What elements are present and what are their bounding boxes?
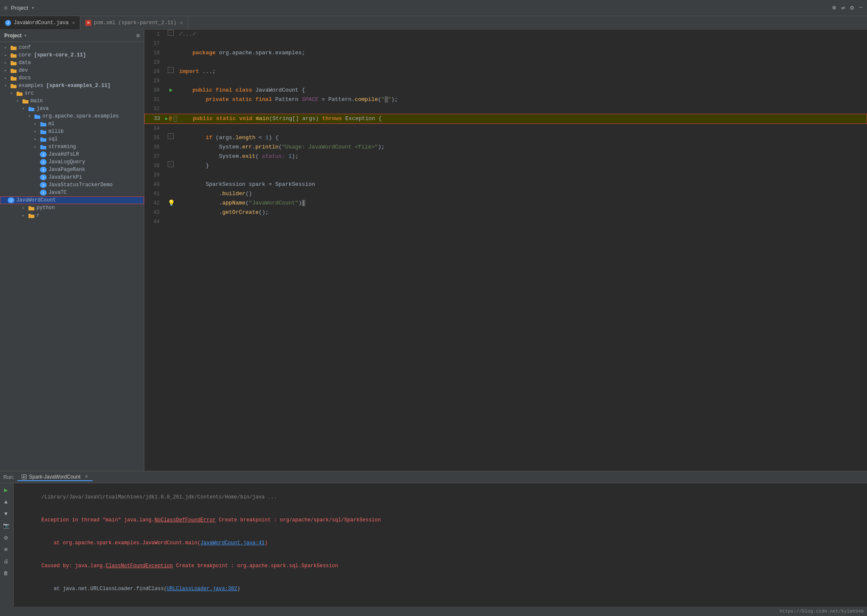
minimize-icon[interactable]: − bbox=[859, 4, 863, 11]
collapse-btn-1[interactable]: − bbox=[168, 30, 174, 36]
layout-button[interactable]: ⊞ bbox=[1, 544, 11, 554]
gear-icon[interactable]: ⚙ bbox=[136, 32, 140, 39]
tree-item-JavaLogQuery[interactable]: J JavaLogQuery bbox=[0, 158, 144, 166]
line-num-1: 1 bbox=[144, 30, 165, 39]
tree-item-org-package[interactable]: org.apache.spark.examples bbox=[0, 112, 144, 120]
globe-icon[interactable]: ⊕ bbox=[832, 4, 836, 12]
run-marker-30[interactable]: ▶ bbox=[169, 86, 173, 95]
print-button[interactable]: 🖨 bbox=[1, 556, 11, 566]
project-sidebar: Project ▾ ⚙ conf core [sp bbox=[0, 30, 144, 471]
tree-item-ml[interactable]: ml bbox=[0, 120, 144, 128]
svg-rect-14 bbox=[23, 100, 28, 104]
console-no-class-error[interactable]: NoClassDefFoundError bbox=[155, 517, 216, 523]
line-num-42: 42 bbox=[144, 199, 165, 208]
svg-rect-8 bbox=[11, 77, 17, 81]
delete-button[interactable]: 🗑 bbox=[1, 568, 11, 578]
tree-item-JavaPageRank[interactable]: J JavaPageRank bbox=[0, 166, 144, 174]
camera-button[interactable]: 📷 bbox=[1, 521, 11, 531]
line-num-31: 31 bbox=[144, 95, 165, 104]
collapse-btn-33[interactable]: − bbox=[174, 116, 177, 122]
svg-rect-5 bbox=[11, 61, 13, 62]
tree-item-conf[interactable]: conf bbox=[0, 44, 144, 51]
code-line-42: 42 💡 .appName("JavaWordCount")| bbox=[144, 199, 867, 208]
console-at-1: at org.apache.spark.examples.JavaWordCou… bbox=[42, 540, 200, 546]
sidebar-dropdown-arrow[interactable]: ▾ bbox=[24, 33, 27, 38]
svg-rect-27 bbox=[40, 145, 43, 146]
bottom-panel: Run: Spark-JavaWordCount ✕ ▶ ▲ ▼ 📷 ⚙ ⊞ 🖨… bbox=[0, 471, 867, 607]
tab-java-wordcount[interactable]: J JavaWordCount.java ✕ bbox=[0, 16, 80, 29]
split-icon[interactable]: ⇌ bbox=[841, 4, 845, 12]
console-link-2[interactable]: URLClassLoader.java:382 bbox=[167, 586, 237, 592]
tree-item-mllib[interactable]: mllib bbox=[0, 128, 144, 135]
tab-pom-xml[interactable]: m pom.xml (spark-parent_2.11) ✕ bbox=[80, 16, 188, 29]
run-tab[interactable]: Spark-JavaWordCount ✕ bbox=[17, 473, 92, 481]
java-file-icon: J bbox=[5, 20, 11, 26]
file-icon-JavaWordCount: J bbox=[8, 197, 14, 203]
code-line-30: 30 ▶ public final class JavaWordCount { bbox=[144, 86, 867, 95]
folder-icon-org bbox=[34, 114, 41, 119]
svg-rect-22 bbox=[40, 131, 46, 134]
sidebar-header-icons: ⚙ bbox=[136, 32, 140, 39]
svg-rect-15 bbox=[23, 99, 25, 101]
line-num-41: 41 bbox=[144, 189, 165, 199]
line-content-30: public final class JavaWordCount { bbox=[177, 86, 867, 95]
run-marker-33[interactable]: ▶ bbox=[165, 114, 168, 123]
code-line-36: 36 System.err.println("Usage: JavaWordCo… bbox=[144, 143, 867, 152]
tree-item-docs[interactable]: docs bbox=[0, 74, 144, 82]
folder-icon-ml bbox=[40, 121, 47, 126]
tree-arrow-data bbox=[4, 60, 10, 65]
scroll-up-button[interactable]: ▲ bbox=[1, 497, 11, 507]
code-line-40: 40 SparkSession spark = SparkSession bbox=[144, 180, 867, 189]
line-content-41: .builder() bbox=[177, 189, 867, 199]
line-gutter-38: − bbox=[165, 161, 177, 167]
settings-button[interactable]: ⚙ bbox=[1, 532, 11, 543]
tree-item-core[interactable]: core [spark-core_2.11] bbox=[0, 51, 144, 59]
collapse-btn-35[interactable]: − bbox=[168, 133, 174, 139]
lightbulb-icon-42[interactable]: 💡 bbox=[168, 199, 175, 208]
tree-item-JavaWordCount[interactable]: J JavaWordCount bbox=[0, 196, 144, 204]
line-content-40: SparkSession spark = SparkSession bbox=[177, 180, 867, 189]
code-line-39: 39 bbox=[144, 171, 867, 180]
console-classnotfound-error[interactable]: ClassNotFoundException bbox=[106, 563, 173, 569]
code-editor[interactable]: 1 − /.../ 17 18 package org.apache.spark… bbox=[144, 30, 867, 471]
tree-item-sql[interactable]: sql bbox=[0, 135, 144, 143]
console-output[interactable]: /Library/Java/JavaVirtualMachines/jdk1.8… bbox=[14, 483, 867, 607]
tree-item-streaming[interactable]: streaming bbox=[0, 143, 144, 151]
svg-rect-20 bbox=[40, 123, 46, 126]
tree-item-src[interactable]: src bbox=[0, 90, 144, 97]
tree-item-python[interactable]: python bbox=[0, 204, 144, 212]
tree-item-JavaStatusTrackerDemo[interactable]: J JavaStatusTrackerDemo bbox=[0, 181, 144, 189]
play-button[interactable]: ▶ bbox=[1, 485, 11, 495]
tree-item-r[interactable]: r bbox=[0, 212, 144, 219]
run-tab-close[interactable]: ✕ bbox=[84, 474, 88, 479]
folder-icon-core bbox=[10, 53, 17, 58]
title-bar-dropdown-icon[interactable]: ▾ bbox=[31, 5, 34, 11]
console-link-1[interactable]: JavaWordCount.java:41 bbox=[200, 540, 265, 546]
svg-rect-31 bbox=[28, 214, 31, 215]
tab-java-close[interactable]: ✕ bbox=[72, 20, 75, 25]
svg-rect-19 bbox=[34, 115, 37, 116]
svg-rect-28 bbox=[28, 207, 34, 210]
tree-item-examples[interactable]: examples [spark-examples_2.11] bbox=[0, 82, 144, 90]
project-icon: ⊞ bbox=[4, 5, 8, 11]
collapse-btn-20[interactable]: − bbox=[168, 67, 174, 73]
tree-item-java[interactable]: java bbox=[0, 105, 144, 112]
tab-pom-close[interactable]: ✕ bbox=[180, 20, 183, 25]
line-num-40: 40 bbox=[144, 180, 165, 189]
tree-item-data[interactable]: data bbox=[0, 59, 144, 67]
tree-label-JavaHdfsLR: JavaHdfsLR bbox=[48, 151, 79, 157]
tree-label-core: core [spark-core_2.11] bbox=[19, 52, 86, 58]
collapse-btn-38[interactable]: − bbox=[168, 161, 174, 167]
line-num-17: 17 bbox=[144, 39, 165, 48]
scroll-down-button[interactable]: ▼ bbox=[1, 509, 11, 519]
tree-item-JavaSparkPi[interactable]: J JavaSparkPi bbox=[0, 174, 144, 181]
tree-label-dev: dev bbox=[19, 67, 28, 73]
tree-label-mllib: mllib bbox=[48, 129, 64, 134]
tree-item-JavaTC[interactable]: J JavaTC bbox=[0, 189, 144, 196]
settings-icon[interactable]: ⚙ bbox=[850, 4, 854, 12]
tree-item-main[interactable]: main bbox=[0, 97, 144, 105]
folder-icon-dev bbox=[10, 68, 17, 73]
console-at-2: at java.net.URLClassLoader.findClass( bbox=[42, 586, 167, 592]
tree-item-JavaHdfsLR[interactable]: J JavaHdfsLR bbox=[0, 151, 144, 158]
tree-item-dev[interactable]: dev bbox=[0, 67, 144, 74]
